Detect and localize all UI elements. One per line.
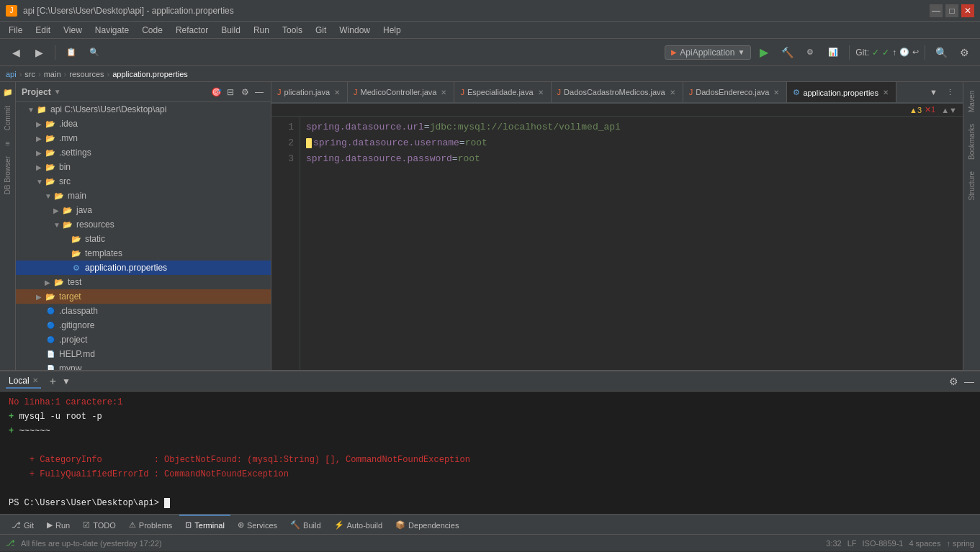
tab-aplicacao[interactable]: J plication.java ✕: [271, 82, 348, 103]
breadcrumb-api[interactable]: api: [6, 70, 17, 78]
structure-icon-left[interactable]: ≡: [5, 139, 9, 148]
run-button[interactable]: ▶: [754, 42, 774, 63]
tab-close-appprops[interactable]: ✕: [881, 89, 890, 96]
settings-button[interactable]: ⚙: [954, 42, 974, 63]
menu-run[interactable]: Run: [248, 24, 275, 37]
tree-item-mvnw[interactable]: 📄 mvnw: [16, 361, 271, 370]
line-separator[interactable]: LF: [848, 539, 857, 548]
tree-item-mvn[interactable]: ▶ 📂 .mvn: [16, 131, 271, 145]
scroll-down-btn[interactable]: ▼: [949, 106, 957, 114]
tree-item-main[interactable]: ▼ 📂 main: [16, 189, 271, 203]
tab-dadosendereco[interactable]: J DadosEndereco.java ✕: [683, 82, 788, 103]
tab-close-dadosendereco[interactable]: ✕: [772, 89, 781, 96]
terminal-tab-local[interactable]: Local ✕: [6, 374, 41, 389]
tab-medico[interactable]: J MedicoController.java ✕: [348, 82, 454, 103]
bottom-tab-todo[interactable]: ☑ TODO: [77, 515, 122, 535]
breadcrumb-resources[interactable]: resources: [69, 70, 104, 78]
coverage-button[interactable]: ⚙: [800, 42, 820, 63]
bottom-tab-git[interactable]: ⎇ Git: [6, 515, 40, 535]
menu-code[interactable]: Code: [136, 24, 168, 37]
maximize-button[interactable]: □: [945, 4, 958, 17]
tab-appprops[interactable]: ⚙ application.properties ✕: [787, 82, 896, 103]
profile-button[interactable]: 📊: [823, 42, 843, 63]
tree-item-classpath[interactable]: 🔵 .classpath: [16, 304, 271, 318]
tree-item-templates[interactable]: 📂 templates: [16, 246, 271, 261]
tree-item-settings[interactable]: ▶ 📂 .settings: [16, 145, 271, 160]
tree-item-gitignore[interactable]: 🔵 .gitignore: [16, 318, 271, 332]
terminal-add-button[interactable]: +: [50, 375, 56, 388]
tree-item-idea[interactable]: ▶ 📂 .idea: [16, 117, 271, 131]
tree-item-src[interactable]: ▼ 📂 src: [16, 174, 271, 189]
breadcrumb-file[interactable]: application.properties: [112, 70, 188, 78]
tree-item-api-root[interactable]: ▼ 📁 api C:\Users\User\Desktop\api: [16, 102, 271, 117]
tab-especialidade[interactable]: J Especialidade.java ✕: [454, 82, 551, 103]
menu-edit[interactable]: Edit: [30, 24, 56, 37]
tree-item-helpmd[interactable]: 📄 HELP.md: [16, 347, 271, 361]
tab-close-aplicacao[interactable]: ✕: [333, 89, 341, 96]
project-dropdown-icon[interactable]: ▼: [54, 88, 61, 96]
maven-label[interactable]: Maven: [968, 91, 976, 112]
tab-close-especialidade[interactable]: ✕: [536, 89, 545, 96]
menu-tools[interactable]: Tools: [277, 24, 308, 37]
tree-item-test[interactable]: ▶ 📂 test: [16, 275, 271, 289]
toolbar-btn-2[interactable]: 🔍: [84, 42, 104, 63]
bottom-tab-services[interactable]: ⊕ Services: [232, 515, 283, 535]
menu-navigate[interactable]: Navigate: [89, 24, 135, 37]
bottom-tab-run[interactable]: ▶ Run: [41, 515, 76, 535]
warning-badge[interactable]: ▲3: [909, 106, 922, 114]
menu-git[interactable]: Git: [310, 24, 332, 37]
commit-label[interactable]: Commit: [4, 106, 12, 130]
bottom-tab-terminal[interactable]: ⊡ Terminal: [179, 515, 230, 535]
indent-setting[interactable]: 4 spaces: [909, 539, 940, 548]
tab-close-medico[interactable]: ✕: [439, 89, 448, 96]
run-config-selector[interactable]: ▶ ApiApplication ▼: [665, 45, 751, 60]
project-icon[interactable]: 📁: [3, 88, 13, 97]
minimize-button[interactable]: —: [930, 4, 943, 17]
tree-item-bin[interactable]: ▶ 📂 bin: [16, 160, 271, 174]
encoding[interactable]: ISO-8859-1: [863, 539, 904, 548]
menu-view[interactable]: View: [58, 24, 88, 37]
scroll-up-btn[interactable]: ▲: [941, 106, 949, 114]
terminal-content[interactable]: No linha:1 caractere:1 + mysql -u root -…: [0, 392, 980, 514]
tree-item-static[interactable]: 📂 static: [16, 232, 271, 246]
forward-button[interactable]: ▶: [29, 42, 49, 63]
search-everywhere[interactable]: 🔍: [931, 42, 951, 63]
breadcrumb-main[interactable]: main: [44, 70, 61, 78]
error-badge[interactable]: ✕1: [925, 105, 935, 114]
bottom-tab-autobuild[interactable]: ⚡ Auto-build: [328, 515, 389, 535]
tree-item-project[interactable]: 🔵 .project: [16, 332, 271, 347]
db-browser-label[interactable]: DB Browser: [4, 156, 12, 194]
close-panel-icon[interactable]: —: [253, 86, 265, 98]
menu-file[interactable]: File: [3, 24, 28, 37]
menu-refactor[interactable]: Refactor: [170, 24, 214, 37]
terminal-minimize-btn[interactable]: —: [964, 376, 974, 387]
menu-window[interactable]: Window: [333, 24, 376, 37]
terminal-dropdown-button[interactable]: ▼: [62, 376, 71, 386]
bottom-tab-problems[interactable]: ⚠ Problems: [123, 515, 178, 535]
tab-close-dadoscadastro[interactable]: ✕: [668, 89, 677, 96]
tree-item-resources[interactable]: ▼ 📂 resources: [16, 217, 271, 232]
bookmarks-label[interactable]: Bookmarks: [968, 124, 976, 160]
menu-help[interactable]: Help: [377, 24, 407, 37]
terminal-settings-btn[interactable]: ⚙: [949, 376, 958, 387]
tabs-overflow-button[interactable]: ▼: [927, 86, 940, 98]
structure-label[interactable]: Structure: [968, 171, 976, 201]
tree-item-application-properties[interactable]: ⚙ application.properties: [16, 261, 271, 275]
toolbar-btn-1[interactable]: 📋: [61, 42, 81, 63]
menu-build[interactable]: Build: [215, 24, 246, 37]
bottom-tab-build[interactable]: 🔨 Build: [284, 515, 326, 535]
locate-file-icon[interactable]: 🎯: [210, 86, 222, 98]
breadcrumb-src[interactable]: src: [24, 70, 35, 78]
collapse-all-icon[interactable]: ⊟: [225, 86, 236, 98]
terminal-tab-close[interactable]: ✕: [32, 376, 38, 384]
tree-item-target[interactable]: ▶ 📂 target: [16, 289, 271, 304]
close-button[interactable]: ✕: [961, 4, 974, 17]
vcs-branch[interactable]: ↑ spring: [946, 539, 974, 548]
build-button[interactable]: 🔨: [777, 42, 797, 63]
bottom-tab-dependencies[interactable]: 📦 Dependencies: [390, 515, 464, 535]
tab-dadoscadastro[interactable]: J DadosCadastroMedicos.java ✕: [552, 82, 683, 103]
options-icon[interactable]: ⚙: [239, 86, 251, 98]
cursor-position[interactable]: 3:32: [826, 539, 841, 548]
tree-item-java[interactable]: ▶ 📂 java: [16, 203, 271, 217]
back-button[interactable]: ◀: [6, 42, 26, 63]
